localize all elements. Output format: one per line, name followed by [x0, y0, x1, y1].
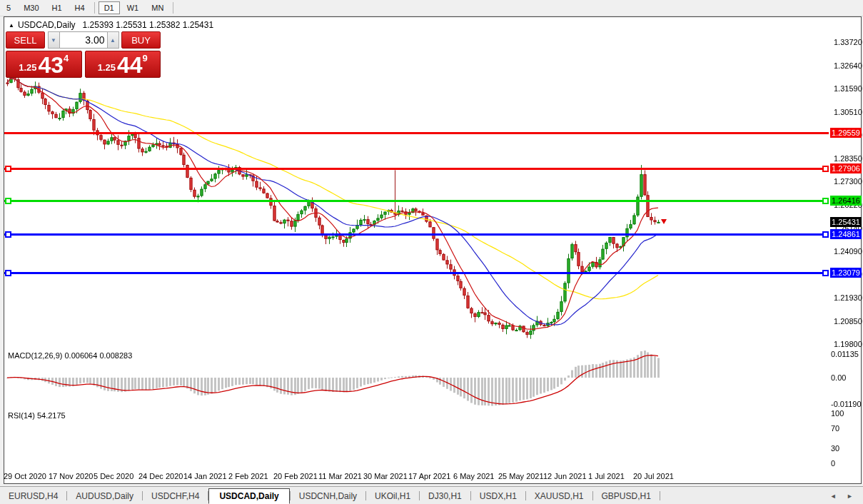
sell-price-tile[interactable]: 1.25 43 4: [6, 51, 82, 78]
hline-price-label: 1.24861: [830, 229, 862, 239]
date-tick-label: 11 Mar 2021: [318, 472, 362, 480]
timeframe-button-H4[interactable]: H4: [69, 1, 91, 14]
date-tick-label: 25 May 2021: [498, 472, 544, 480]
sell-price-pip: 4: [64, 53, 69, 64]
timeframe-button-D1[interactable]: D1: [99, 1, 120, 14]
date-tick-label: 17 Apr 2021: [408, 472, 450, 480]
chart-tab-dj30-h1[interactable]: DJ30,H1: [420, 489, 470, 503]
date-tick-label: 2 Feb 2021: [228, 472, 268, 480]
date-tick-label: 5 Dec 2020: [94, 472, 133, 480]
one-click-trade-panel: SELL ▼ ▲ BUY 1.25 43 4 1.25 44 9: [6, 31, 161, 78]
chart-tab-xauusd-h1[interactable]: XAUUSD,H1: [526, 489, 592, 503]
toolbar-separator: [173, 2, 173, 14]
date-tick-label: 1 Jul 2021: [588, 472, 625, 480]
price-tick-label: 1.19800: [834, 340, 862, 348]
price-tick-label: 1.30510: [834, 108, 862, 116]
timeframe-button-M30[interactable]: M30: [18, 1, 44, 14]
chart-tab-ukoil-h1[interactable]: UKOil,H1: [366, 489, 419, 503]
buy-price-pip: 9: [143, 53, 148, 64]
rsi-axis-label: 0: [831, 459, 835, 468]
date-tick-label: 30 Mar 2021: [363, 472, 408, 480]
timeframe-button-5[interactable]: 5: [1, 1, 16, 14]
volume-increase-button[interactable]: ▲: [107, 31, 119, 49]
price-tick-label: 1.31590: [834, 84, 862, 93]
tab-scroll-arrows[interactable]: ◄ ►: [830, 493, 857, 500]
symbol-period-label: USDCAD,Daily: [18, 20, 76, 30]
date-tick-label: 12 Jun 2021: [543, 472, 587, 480]
hline-price-label: 1.26416: [830, 196, 862, 206]
price-tick-label: 1.33720: [834, 38, 862, 46]
date-tick-label: 14 Jan 2021: [183, 472, 227, 480]
date-tick-label: 29 Oct 2020: [4, 472, 46, 480]
hline-price-label: 1.29559: [830, 128, 862, 138]
volume-input[interactable]: [60, 31, 107, 49]
rsi-axis-label: 30: [831, 444, 839, 453]
last-price-label: 1.25431: [830, 217, 862, 227]
timeframe-button-MN[interactable]: MN: [146, 1, 169, 14]
buy-price-big: 44: [117, 54, 143, 76]
timeframe-button-H1[interactable]: H1: [46, 1, 68, 14]
chart-tab-usdchf-h4[interactable]: USDCHF,H4: [143, 489, 208, 503]
date-tick-label: 17 Nov 2020: [49, 472, 93, 480]
macd-axis-label: 0.00: [831, 373, 846, 382]
buy-price-prefix: 1.25: [98, 60, 116, 76]
chart-tab-usdcad-daily[interactable]: USDCAD,Daily: [208, 488, 289, 504]
chart-tab-bar: EURUSD,H4AUDUSD,DailyUSDCHF,H4USDCAD,Dai…: [0, 486, 863, 504]
price-tick-label: 1.20850: [834, 317, 862, 326]
macd-indicator-label: MACD(12,26,9) 0.006064 0.008283: [8, 351, 132, 360]
buy-price-tile[interactable]: 1.25 44 9: [85, 51, 161, 78]
sell-price-big: 43: [38, 54, 64, 76]
date-tick-label: 20 Feb 2021: [273, 472, 318, 480]
date-tick-label: 6 May 2021: [453, 472, 494, 480]
date-tick-label: 24 Dec 2020: [138, 472, 183, 480]
chart-tab-usdcnh-daily[interactable]: USDCNH,Daily: [291, 489, 365, 503]
price-tick-label: 1.28350: [834, 154, 862, 163]
hline-price-label: 1.27906: [830, 163, 862, 173]
hline-price-label: 1.23079: [830, 268, 862, 278]
price-tick-label: 1.21930: [834, 293, 862, 302]
sell-price-prefix: 1.25: [19, 60, 36, 76]
chart-tab-usdx-h1[interactable]: USDX,H1: [471, 489, 525, 503]
sell-button[interactable]: SELL: [6, 31, 45, 49]
price-tick-label: 1.32640: [834, 61, 862, 70]
chart-title: ▲USDCAD,Daily1.25393 1.25531 1.25382 1.2…: [9, 20, 213, 30]
rsi-axis-label: 100: [831, 409, 844, 418]
timeframe-button-W1[interactable]: W1: [121, 1, 145, 14]
chart-tab-audusd-daily[interactable]: AUDUSD,Daily: [67, 489, 142, 503]
macd-axis-label: -0.01190: [831, 400, 862, 408]
rsi-axis-label: 70: [831, 424, 839, 433]
price-tick-label: 1.24090: [834, 247, 862, 256]
macd-axis-label: 0.01135: [831, 350, 859, 358]
tab-separator: [660, 491, 660, 500]
timeframe-toolbar: 5M30H1H4D1W1MN: [0, 0, 863, 16]
buy-button[interactable]: BUY: [121, 31, 161, 49]
volume-decrease-button[interactable]: ▼: [48, 31, 60, 49]
price-tick-label: 1.27300: [834, 177, 862, 186]
ohlc-quote-line: 1.25393 1.25531 1.25382 1.25431: [83, 20, 214, 30]
toolbar-separator: [94, 2, 95, 14]
chart-tab-gbpusd-h1[interactable]: GBPUSD,H1: [593, 489, 660, 503]
chart-tab-eurusd-h4[interactable]: EURUSD,H4: [0, 489, 66, 503]
rsi-indicator-label: RSI(14) 54.2175: [8, 411, 66, 420]
date-tick-label: 20 Jul 2021: [633, 472, 674, 480]
collapse-panel-icon[interactable]: ▲: [9, 22, 14, 29]
